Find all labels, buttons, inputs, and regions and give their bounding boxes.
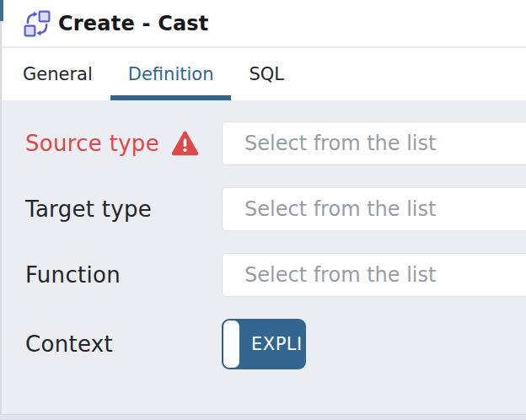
target-type-select[interactable] — [222, 187, 526, 231]
tab-sql-label: SQL — [249, 64, 284, 84]
cast-swap-icon — [24, 10, 51, 37]
context-label: Context — [25, 331, 113, 357]
context-toggle-label: EXPLI — [239, 320, 304, 368]
tab-sql[interactable]: SQL — [231, 48, 302, 100]
left-edge-blue-fragment — [0, 0, 3, 21]
form-row-function: Function — [25, 253, 526, 297]
form-row-target-type: Target type — [25, 187, 526, 231]
source-type-label: Source type — [25, 131, 159, 156]
dialog-title: Create - Cast — [58, 12, 209, 35]
context-toggle[interactable]: EXPLI — [222, 319, 306, 369]
dialog-titlebar: Create - Cast — [0, 0, 526, 48]
tab-general-label: General — [23, 64, 93, 84]
warning-triangle-icon — [171, 131, 199, 157]
form-row-source-type: Source type — [25, 121, 526, 165]
dialog-tabs: General Definition SQL — [0, 48, 526, 100]
left-edge-divider — [0, 0, 2, 420]
function-select[interactable] — [222, 253, 526, 297]
tab-general[interactable]: General — [5, 48, 110, 100]
bottom-edge-strip — [0, 414, 526, 420]
toggle-knob — [223, 320, 239, 368]
target-type-label: Target type — [25, 197, 152, 222]
source-type-select[interactable] — [222, 121, 526, 165]
function-label: Function — [25, 262, 121, 288]
tab-definition[interactable]: Definition — [110, 48, 232, 100]
definition-form: Source type Target type Function — [0, 100, 526, 369]
tab-definition-label: Definition — [128, 64, 214, 84]
form-row-context: Context EXPLI — [25, 319, 526, 369]
